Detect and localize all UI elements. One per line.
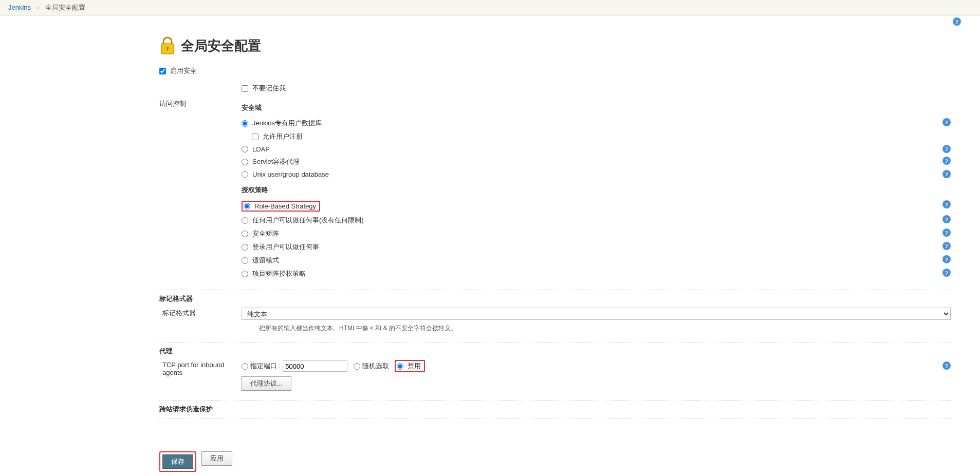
authz-role-based-label: Role-Based Strategy [254,202,316,210]
breadcrumb-root[interactable]: Jenkins [8,4,31,11]
enable-security-label: 启用安全 [170,66,197,75]
authz-matrix-radio[interactable] [242,231,248,237]
authz-role-based-radio[interactable] [244,203,250,210]
footer-bar: 保存 应用 [0,447,980,474]
help-icon[interactable]: ? [942,170,951,178]
dont-remember-checkbox[interactable] [242,85,248,92]
help-icon[interactable]: ? [942,242,951,250]
realm-ldap-label: LDAP [252,145,270,153]
authz-matrix-label: 安全矩阵 [252,229,279,238]
authorization-header: 授权策略 [242,185,951,195]
save-highlight: 保存 [159,451,196,472]
apply-button[interactable]: 应用 [201,451,232,466]
authz-project-matrix-radio[interactable] [242,271,248,277]
enable-security-checkbox[interactable] [159,68,166,74]
authz-loggedin-label: 登录用户可以做任何事 [252,242,319,252]
port-disable-label: 禁用 [408,361,421,371]
breadcrumb-sep: › [37,4,39,11]
port-disable-highlight: 禁用 [395,360,425,372]
tcp-port-label: TCP port for inbound agents [159,360,242,376]
port-disable-radio[interactable] [397,363,403,370]
help-icon[interactable]: ? [942,200,951,208]
port-number-input[interactable] [283,360,347,372]
help-icon[interactable]: ? [953,17,961,26]
realm-jenkins-db-label: Jenkins专有用户数据库 [252,119,322,128]
port-fixed-label: 指定端口 : [250,361,281,371]
csrf-section-title: 跨站请求伪造保护 [159,400,951,414]
authz-legacy-label: 遗留模式 [252,256,279,265]
dont-remember-label: 不要记住我 [252,84,286,93]
role-based-highlight: Role-Based Strategy [242,201,320,212]
svg-rect-2 [167,49,168,51]
help-icon[interactable]: ? [942,255,951,263]
lock-icon [159,36,176,55]
port-random-label: 随机选取 [362,361,389,371]
markup-label: 标记格式器 [159,308,242,318]
authz-loggedin-radio[interactable] [242,244,248,251]
help-icon[interactable]: ? [942,229,951,237]
help-icon[interactable]: ? [942,157,951,165]
access-control-label: 访问控制 [159,98,242,108]
authz-anyone-radio[interactable] [242,217,248,224]
help-icon[interactable]: ? [942,269,951,277]
help-icon[interactable]: ? [942,361,951,370]
save-button[interactable]: 保存 [162,454,193,469]
port-random-radio[interactable] [354,363,360,370]
authz-project-matrix-label: 项目矩阵授权策略 [252,269,306,278]
allow-signup-checkbox[interactable] [252,134,258,140]
port-fixed-radio[interactable] [242,363,248,370]
help-icon[interactable]: ? [942,215,951,223]
breadcrumb-current: 全局安全配置 [45,4,85,11]
help-icon[interactable]: ? [942,118,951,126]
authz-anyone-label: 任何用户可以做任何事(没有任何限制) [252,216,364,225]
authz-legacy-radio[interactable] [242,257,248,264]
realm-jenkins-db-radio[interactable] [242,120,248,127]
agent-protocol-button[interactable]: 代理协议... [242,376,291,391]
realm-servlet-label: Servlet容器代理 [252,157,300,166]
realm-unix-radio[interactable] [242,171,248,178]
allow-signup-label: 允许用户注册 [263,132,303,141]
agent-section-title: 代理 [159,342,951,356]
security-realm-header: 安全域 [242,103,951,112]
page-title: 全局安全配置 [181,37,261,55]
markup-section-title: 标记格式器 [159,290,951,303]
markup-hint: 把所有的输入都当作纯文本。HTML中像 < 和 & 的不安全字符会被转义。 [242,324,951,333]
realm-unix-label: Unix user/group database [252,170,329,178]
realm-ldap-radio[interactable] [242,146,248,153]
markup-formatter-select[interactable]: 纯文本 [242,308,951,320]
help-icon[interactable]: ? [942,145,951,153]
realm-servlet-radio[interactable] [242,159,248,165]
breadcrumb: Jenkins › 全局安全配置 [0,0,980,16]
